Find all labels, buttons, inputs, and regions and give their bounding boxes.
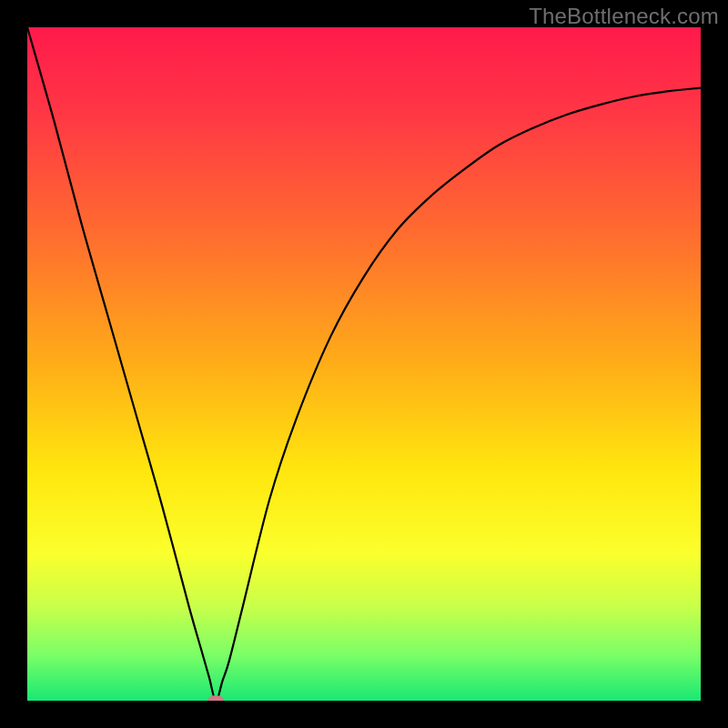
bottleneck-chart <box>27 27 701 701</box>
watermark-text: TheBottleneck.com <box>529 4 719 29</box>
plot-area <box>27 27 701 701</box>
gradient-background <box>27 27 701 701</box>
chart-frame: TheBottleneck.com <box>0 0 728 728</box>
